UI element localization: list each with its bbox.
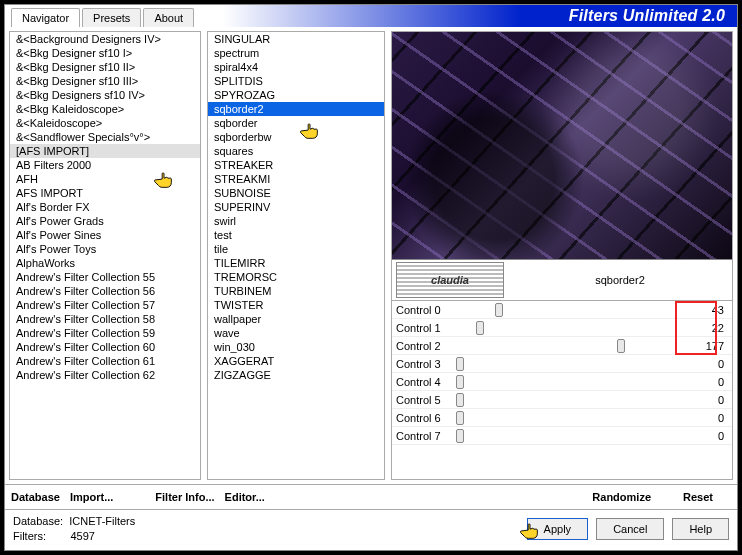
slider-thumb[interactable] bbox=[456, 393, 464, 407]
list-item[interactable]: &<Bkg Designer sf10 III> bbox=[10, 74, 200, 88]
list-item[interactable]: AFS IMPORT bbox=[10, 186, 200, 200]
list-item[interactable]: TREMORSC bbox=[208, 270, 384, 284]
list-item[interactable]: sqborder bbox=[208, 116, 384, 130]
list-item[interactable]: wallpaper bbox=[208, 312, 384, 326]
list-item[interactable]: &<Bkg Designer sf10 I> bbox=[10, 46, 200, 60]
tab-navigator[interactable]: Navigator bbox=[11, 8, 80, 27]
list-item[interactable]: AlphaWorks bbox=[10, 256, 200, 270]
filter-info-button[interactable]: Filter Info... bbox=[155, 491, 214, 503]
list-item[interactable]: Andrew's Filter Collection 62 bbox=[10, 368, 200, 382]
list-item[interactable]: ZIGZAGGE bbox=[208, 368, 384, 382]
list-item[interactable]: &<Background Designers IV> bbox=[10, 32, 200, 46]
list-item[interactable]: AFH bbox=[10, 172, 200, 186]
list-item[interactable]: wave bbox=[208, 326, 384, 340]
list-item[interactable]: swirl bbox=[208, 214, 384, 228]
database-button[interactable]: Database bbox=[11, 491, 60, 503]
list-item[interactable]: sqborderbw bbox=[208, 130, 384, 144]
control-slider[interactable]: Control 50 bbox=[392, 391, 732, 409]
list-item[interactable]: SPYROZAG bbox=[208, 88, 384, 102]
control-slider[interactable]: Control 60 bbox=[392, 409, 732, 427]
list-item[interactable]: Alf's Power Sines bbox=[10, 228, 200, 242]
list-item[interactable]: sqborder2 bbox=[208, 102, 384, 116]
list-item[interactable]: tile bbox=[208, 242, 384, 256]
list-item[interactable]: Andrew's Filter Collection 55 bbox=[10, 270, 200, 284]
filter-list[interactable]: SINGULARspectrumspiral4x4SPLITDISSPYROZA… bbox=[207, 31, 385, 480]
slider-track[interactable] bbox=[456, 361, 688, 367]
slider-track[interactable] bbox=[456, 433, 688, 439]
category-list[interactable]: &<Background Designers IV>&<Bkg Designer… bbox=[9, 31, 201, 480]
slider-thumb[interactable] bbox=[456, 375, 464, 389]
slider-value: 0 bbox=[692, 376, 728, 388]
list-item[interactable]: spectrum bbox=[208, 46, 384, 60]
list-item[interactable]: [AFS IMPORT] bbox=[10, 144, 200, 158]
list-item[interactable]: Andrew's Filter Collection 59 bbox=[10, 326, 200, 340]
control-slider[interactable]: Control 2177 bbox=[392, 337, 732, 355]
list-item[interactable]: win_030 bbox=[208, 340, 384, 354]
control-slider[interactable]: Control 70 bbox=[392, 427, 732, 445]
list-item[interactable]: STREAKER bbox=[208, 158, 384, 172]
slider-track[interactable] bbox=[456, 415, 688, 421]
list-item[interactable]: TURBINEM bbox=[208, 284, 384, 298]
slider-thumb[interactable] bbox=[456, 429, 464, 443]
slider-label: Control 5 bbox=[396, 394, 452, 406]
tabs: NavigatorPresetsAbout bbox=[5, 5, 196, 27]
list-item[interactable]: &<Kaleidoscope> bbox=[10, 116, 200, 130]
list-item[interactable]: Andrew's Filter Collection 60 bbox=[10, 340, 200, 354]
control-slider[interactable]: Control 122 bbox=[392, 319, 732, 337]
list-item[interactable]: Alf's Border FX bbox=[10, 200, 200, 214]
list-item[interactable]: SUBNOISE bbox=[208, 186, 384, 200]
slider-track[interactable] bbox=[456, 379, 688, 385]
import-button[interactable]: Import... bbox=[70, 491, 113, 503]
slider-thumb[interactable] bbox=[476, 321, 484, 335]
footer: Database: ICNET-Filters Filters: 4597 Ap… bbox=[5, 509, 737, 550]
control-slider[interactable]: Control 30 bbox=[392, 355, 732, 373]
list-item[interactable]: SUPERINV bbox=[208, 200, 384, 214]
list-item[interactable]: STREAKMI bbox=[208, 172, 384, 186]
slider-label: Control 6 bbox=[396, 412, 452, 424]
list-item[interactable]: &<Bkg Kaleidoscope> bbox=[10, 102, 200, 116]
slider-label: Control 3 bbox=[396, 358, 452, 370]
reset-button[interactable]: Reset bbox=[683, 491, 713, 503]
control-slider[interactable]: Control 40 bbox=[392, 373, 732, 391]
help-button[interactable]: Help bbox=[672, 518, 729, 540]
slider-track[interactable] bbox=[456, 397, 688, 403]
list-item[interactable]: Alf's Power Grads bbox=[10, 214, 200, 228]
tab-presets[interactable]: Presets bbox=[82, 8, 141, 27]
list-item[interactable]: SINGULAR bbox=[208, 32, 384, 46]
slider-thumb[interactable] bbox=[495, 303, 503, 317]
randomize-button[interactable]: Randomize bbox=[592, 491, 651, 503]
slider-label: Control 1 bbox=[396, 322, 452, 334]
list-item[interactable]: &<Sandflower Specials°v°> bbox=[10, 130, 200, 144]
slider-label: Control 4 bbox=[396, 376, 452, 388]
cancel-button[interactable]: Cancel bbox=[596, 518, 664, 540]
list-item[interactable]: TWISTER bbox=[208, 298, 384, 312]
list-item[interactable]: squares bbox=[208, 144, 384, 158]
slider-value: 43 bbox=[692, 304, 728, 316]
list-item[interactable]: Andrew's Filter Collection 61 bbox=[10, 354, 200, 368]
list-item[interactable]: Andrew's Filter Collection 57 bbox=[10, 298, 200, 312]
list-item[interactable]: XAGGERAT bbox=[208, 354, 384, 368]
list-item[interactable]: Alf's Power Toys bbox=[10, 242, 200, 256]
slider-value: 0 bbox=[692, 430, 728, 442]
apply-button[interactable]: Apply bbox=[527, 518, 589, 540]
control-slider[interactable]: Control 043 bbox=[392, 301, 732, 319]
list-item[interactable]: spiral4x4 bbox=[208, 60, 384, 74]
list-item[interactable]: &<Bkg Designers sf10 IV> bbox=[10, 88, 200, 102]
list-item[interactable]: test bbox=[208, 228, 384, 242]
list-item[interactable]: Andrew's Filter Collection 58 bbox=[10, 312, 200, 326]
slider-thumb[interactable] bbox=[456, 357, 464, 371]
list-item[interactable]: &<Bkg Designer sf10 II> bbox=[10, 60, 200, 74]
slider-value: 0 bbox=[692, 358, 728, 370]
slider-track[interactable] bbox=[456, 343, 688, 349]
slider-track[interactable] bbox=[456, 325, 688, 331]
list-item[interactable]: AB Filters 2000 bbox=[10, 158, 200, 172]
list-item[interactable]: SPLITDIS bbox=[208, 74, 384, 88]
list-item[interactable]: TILEMIRR bbox=[208, 256, 384, 270]
tab-about[interactable]: About bbox=[143, 8, 194, 27]
slider-thumb[interactable] bbox=[617, 339, 625, 353]
status-text: Database: ICNET-Filters Filters: 4597 bbox=[13, 514, 135, 544]
slider-thumb[interactable] bbox=[456, 411, 464, 425]
editor-button[interactable]: Editor... bbox=[225, 491, 265, 503]
slider-track[interactable] bbox=[456, 307, 688, 313]
list-item[interactable]: Andrew's Filter Collection 56 bbox=[10, 284, 200, 298]
